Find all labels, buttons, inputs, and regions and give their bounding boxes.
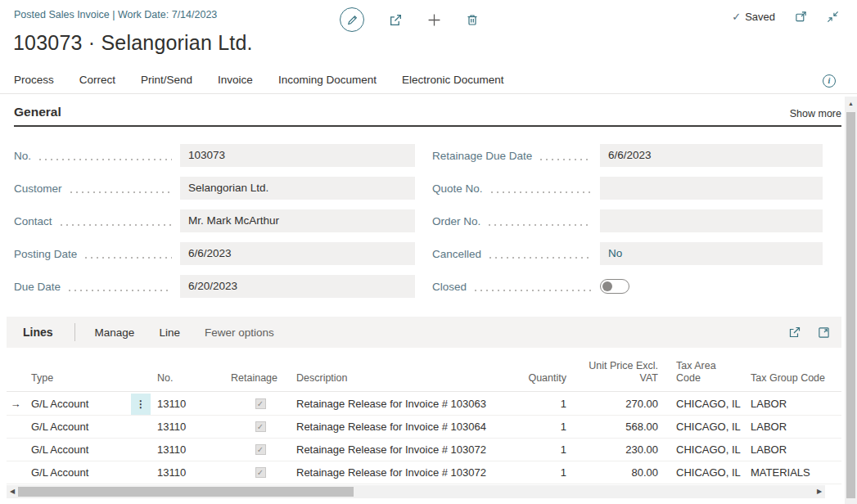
horizontal-scrollbar-thumb[interactable] bbox=[18, 487, 354, 497]
share-lines-button[interactable] bbox=[788, 326, 801, 339]
retainage-due-date-field[interactable]: 6/6/2023 bbox=[600, 144, 823, 167]
table-row[interactable]: G/L Account 13110 ✓ Retainage Release fo… bbox=[7, 439, 841, 461]
tax-area-cell[interactable]: CHICAGO, IL bbox=[665, 466, 742, 479]
description-cell[interactable]: Retainage Release for Invoice # 103072 bbox=[296, 466, 528, 479]
vertical-scrollbar[interactable]: ▲ bbox=[845, 97, 857, 504]
retainage-checkbox: ✓ bbox=[255, 467, 266, 478]
collapse-arrows-icon bbox=[827, 11, 839, 23]
scroll-right-icon[interactable]: ▶ bbox=[814, 485, 825, 498]
tax-area-cell[interactable]: CHICAGO, IL bbox=[665, 421, 742, 433]
col-tax-area-code[interactable]: Tax Area Code bbox=[665, 360, 742, 385]
type-cell[interactable]: G/L Account bbox=[31, 421, 131, 433]
share-icon bbox=[788, 326, 801, 339]
edit-button[interactable] bbox=[340, 7, 364, 32]
menu-incoming-document[interactable]: Incoming Document bbox=[278, 74, 377, 86]
general-heading[interactable]: General bbox=[14, 105, 61, 119]
closed-toggle[interactable] bbox=[600, 279, 629, 294]
delete-button[interactable] bbox=[466, 13, 479, 26]
field-due-date: Due Date 6/20/2023 bbox=[14, 275, 415, 298]
quantity-cell[interactable]: 1 bbox=[528, 398, 573, 410]
field-customer: Customer Selangorian Ltd. bbox=[14, 177, 415, 200]
table-row[interactable]: → G/L Account ⋮ 13110 ✓ Retainage Releas… bbox=[7, 393, 841, 416]
tax-area-cell[interactable]: CHICAGO, IL bbox=[665, 443, 742, 456]
expand-lines-button[interactable] bbox=[818, 326, 830, 339]
tab-manage[interactable]: Manage bbox=[95, 326, 135, 339]
info-icon[interactable]: i bbox=[823, 74, 836, 88]
unit-price-cell[interactable]: 270.00 bbox=[573, 398, 665, 410]
row-menu-cell[interactable]: ⋮ bbox=[131, 394, 157, 415]
col-unit-price[interactable]: Unit Price Excl. VAT bbox=[573, 360, 665, 385]
col-tax-group-code[interactable]: Tax Group Code bbox=[742, 372, 841, 385]
posting-date-field[interactable]: 6/6/2023 bbox=[180, 242, 415, 265]
col-type[interactable]: Type bbox=[31, 372, 131, 385]
menu-process[interactable]: Process bbox=[14, 74, 54, 86]
table-row[interactable]: G/L Account 13110 ✓ Retainage Release fo… bbox=[7, 461, 841, 484]
quantity-cell[interactable]: 1 bbox=[528, 443, 573, 456]
expand-icon bbox=[818, 326, 830, 339]
menu-correct[interactable]: Correct bbox=[79, 74, 115, 86]
selected-row-arrow-icon: → bbox=[7, 398, 31, 410]
description-cell[interactable]: Retainage Release for Invoice # 103063 bbox=[296, 398, 528, 410]
new-button[interactable] bbox=[427, 13, 441, 27]
share-button[interactable] bbox=[389, 13, 403, 27]
type-cell[interactable]: G/L Account bbox=[31, 443, 131, 456]
action-menu-bar: Process Correct Print/Send Invoice Incom… bbox=[14, 74, 808, 86]
description-cell[interactable]: Retainage Release for Invoice # 103064 bbox=[296, 421, 528, 433]
menu-electronic-document[interactable]: Electronic Document bbox=[402, 74, 504, 86]
show-more-link[interactable]: Show more bbox=[790, 108, 841, 119]
vertical-scrollbar-thumb[interactable] bbox=[846, 112, 855, 498]
quantity-cell[interactable]: 1 bbox=[528, 466, 573, 479]
tax-group-cell[interactable]: LABOR bbox=[742, 421, 841, 433]
no-cell[interactable]: 13110 bbox=[157, 421, 231, 433]
tax-area-cell[interactable]: CHICAGO, IL bbox=[665, 398, 742, 410]
contact-field[interactable]: Mr. Mark McArthur bbox=[180, 209, 415, 232]
order-no-field[interactable] bbox=[600, 209, 823, 232]
tax-group-cell[interactable]: LABOR bbox=[742, 398, 841, 410]
type-cell[interactable]: G/L Account bbox=[31, 466, 131, 479]
type-cell[interactable]: G/L Account bbox=[31, 398, 131, 410]
horizontal-scrollbar[interactable]: ◀ ▶ bbox=[7, 485, 825, 498]
tab-lines[interactable]: Lines bbox=[23, 326, 53, 339]
quote-no-field[interactable] bbox=[600, 177, 823, 200]
quantity-cell[interactable]: 1 bbox=[528, 421, 573, 433]
open-in-new-window-button[interactable] bbox=[795, 11, 807, 23]
retainage-cell: ✓ bbox=[231, 444, 296, 455]
col-retainage[interactable]: Retainage bbox=[231, 372, 296, 385]
posted-sales-invoice-page: Posted Sales Invoice | Work Date: 7/14/2… bbox=[0, 0, 857, 504]
no-field[interactable]: 103073 bbox=[180, 144, 415, 167]
general-section-header: General Show more bbox=[14, 105, 841, 127]
fewer-options-link[interactable]: Fewer options bbox=[205, 326, 274, 339]
scroll-up-icon[interactable]: ▲ bbox=[845, 98, 857, 110]
col-quantity[interactable]: Quantity bbox=[528, 372, 573, 385]
menu-print-send[interactable]: Print/Send bbox=[141, 74, 192, 86]
field-label: Contact bbox=[14, 215, 52, 227]
customer-field[interactable]: Selangorian Ltd. bbox=[180, 177, 415, 200]
due-date-field[interactable]: 6/20/2023 bbox=[180, 275, 415, 298]
no-cell[interactable]: 13110 bbox=[157, 466, 231, 479]
unit-price-cell[interactable]: 230.00 bbox=[573, 443, 665, 456]
field-label: Customer bbox=[14, 182, 62, 195]
col-description[interactable]: Description bbox=[296, 372, 528, 385]
dotted-leader bbox=[475, 290, 592, 291]
col-no[interactable]: No. bbox=[157, 372, 231, 385]
cancelled-field[interactable]: No bbox=[600, 242, 823, 265]
dotted-leader bbox=[61, 224, 172, 226]
menu-invoice[interactable]: Invoice bbox=[218, 74, 253, 86]
tab-line[interactable]: Line bbox=[159, 326, 180, 339]
unit-price-cell[interactable]: 80.00 bbox=[573, 466, 665, 479]
trash-icon bbox=[466, 13, 479, 26]
field-contact: Contact Mr. Mark McArthur bbox=[14, 209, 415, 232]
description-cell[interactable]: Retainage Release for Invoice # 103072 bbox=[296, 443, 528, 456]
collapse-page-button[interactable] bbox=[827, 11, 839, 23]
no-cell[interactable]: 13110 bbox=[157, 443, 231, 456]
field-label: No. bbox=[14, 150, 31, 162]
tax-group-cell[interactable]: MATERIALS bbox=[742, 466, 841, 479]
field-label: Cancelled bbox=[432, 248, 481, 260]
dotted-leader bbox=[69, 290, 172, 291]
lines-table-header: Type No. Retainage Description Quantity … bbox=[7, 348, 841, 392]
no-cell[interactable]: 13110 bbox=[157, 398, 231, 410]
unit-price-cell[interactable]: 568.00 bbox=[573, 421, 665, 433]
tax-group-cell[interactable]: LABOR bbox=[742, 443, 841, 456]
scroll-left-icon[interactable]: ◀ bbox=[7, 485, 18, 498]
table-row[interactable]: G/L Account 13110 ✓ Retainage Release fo… bbox=[7, 416, 841, 439]
